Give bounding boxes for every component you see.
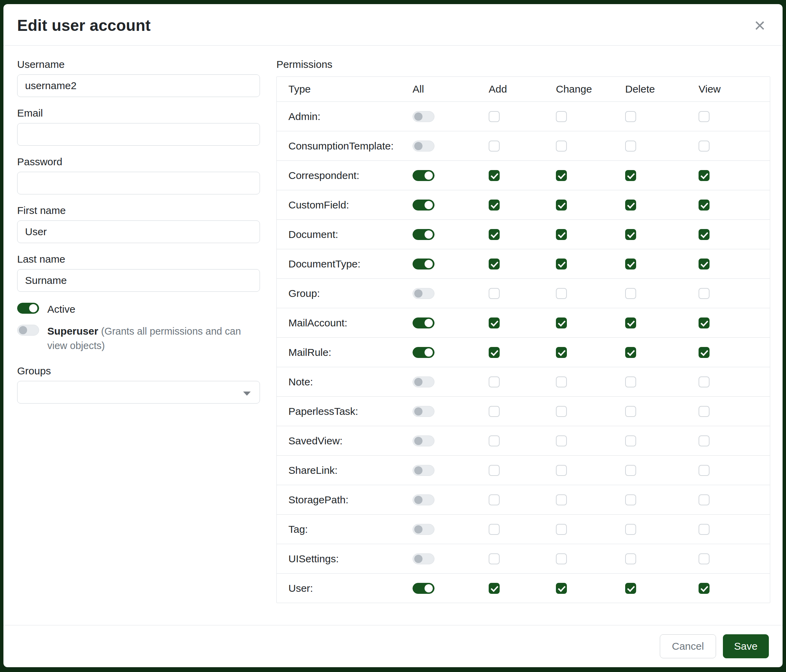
permission-add-checkbox[interactable]	[489, 465, 500, 476]
permission-add-checkbox[interactable]	[489, 406, 500, 417]
permission-view-checkbox[interactable]	[698, 199, 709, 210]
permission-add-checkbox[interactable]	[489, 111, 500, 122]
permission-view-checkbox[interactable]	[698, 259, 709, 270]
cancel-button[interactable]: Cancel	[660, 634, 716, 658]
username-input[interactable]	[17, 74, 260, 97]
active-toggle[interactable]	[17, 303, 39, 314]
permission-view-checkbox[interactable]	[698, 495, 709, 506]
permission-add-checkbox[interactable]	[489, 170, 500, 181]
permission-change-checkbox[interactable]	[556, 111, 567, 122]
permission-all-toggle[interactable]	[413, 524, 434, 535]
permission-add-checkbox[interactable]	[489, 583, 500, 594]
permission-delete-checkbox[interactable]	[625, 111, 636, 122]
permission-view-checkbox[interactable]	[698, 288, 709, 299]
save-button[interactable]: Save	[723, 634, 769, 658]
permission-all-toggle[interactable]	[413, 199, 434, 210]
groups-select[interactable]	[17, 381, 260, 404]
last-name-input[interactable]	[17, 269, 260, 292]
permission-all-toggle[interactable]	[413, 288, 434, 299]
permission-all-toggle[interactable]	[413, 583, 434, 594]
permission-all-toggle[interactable]	[413, 406, 434, 417]
permission-change-checkbox[interactable]	[556, 259, 567, 270]
permission-view-checkbox[interactable]	[698, 524, 709, 535]
permission-add-checkbox[interactable]	[489, 288, 500, 299]
permission-delete-checkbox[interactable]	[625, 317, 636, 328]
permission-add-checkbox[interactable]	[489, 199, 500, 210]
superuser-toggle[interactable]	[17, 325, 39, 336]
email-input[interactable]	[17, 123, 260, 146]
permission-view-checkbox[interactable]	[698, 229, 709, 240]
permission-view-checkbox[interactable]	[698, 406, 709, 417]
permission-add-checkbox[interactable]	[489, 229, 500, 240]
permission-all-toggle[interactable]	[413, 553, 434, 564]
permission-change-checkbox[interactable]	[556, 495, 567, 506]
permission-all-toggle[interactable]	[413, 465, 434, 476]
permission-view-checkbox[interactable]	[698, 170, 709, 181]
permission-change-checkbox[interactable]	[556, 141, 567, 152]
permission-delete-checkbox[interactable]	[625, 229, 636, 240]
permission-view-checkbox[interactable]	[698, 377, 709, 388]
permission-all-toggle[interactable]	[413, 259, 434, 270]
permission-delete-checkbox[interactable]	[625, 524, 636, 535]
permission-all-toggle[interactable]	[413, 377, 434, 388]
permission-change-checkbox[interactable]	[556, 170, 567, 181]
permission-delete-checkbox[interactable]	[625, 465, 636, 476]
permission-change-checkbox[interactable]	[556, 229, 567, 240]
permission-delete-checkbox[interactable]	[625, 377, 636, 388]
user-form: Username Email Password First name Last …	[17, 59, 260, 618]
permission-all-toggle[interactable]	[413, 495, 434, 506]
permission-change-checkbox[interactable]	[556, 377, 567, 388]
permission-delete-checkbox[interactable]	[625, 495, 636, 506]
permission-all-toggle[interactable]	[413, 170, 434, 181]
permission-add-checkbox[interactable]	[489, 435, 500, 446]
permission-view-checkbox[interactable]	[698, 435, 709, 446]
permission-change-checkbox[interactable]	[556, 347, 567, 358]
permission-delete-checkbox[interactable]	[625, 553, 636, 564]
permission-all-toggle[interactable]	[413, 435, 434, 446]
permission-view-checkbox[interactable]	[698, 141, 709, 152]
permission-all-toggle[interactable]	[413, 317, 434, 328]
permission-add-checkbox[interactable]	[489, 524, 500, 535]
permission-delete-checkbox[interactable]	[625, 583, 636, 594]
permission-change-checkbox[interactable]	[556, 583, 567, 594]
permission-add-checkbox[interactable]	[489, 259, 500, 270]
permission-change-checkbox[interactable]	[556, 553, 567, 564]
permission-add-checkbox[interactable]	[489, 495, 500, 506]
permission-add-checkbox[interactable]	[489, 317, 500, 328]
permission-view-checkbox[interactable]	[698, 347, 709, 358]
permission-view-checkbox[interactable]	[698, 111, 709, 122]
permission-type-label: ShareLink:	[288, 465, 338, 476]
permission-add-checkbox[interactable]	[489, 553, 500, 564]
permission-all-toggle[interactable]	[413, 111, 434, 122]
email-group: Email	[17, 107, 260, 146]
permission-delete-checkbox[interactable]	[625, 406, 636, 417]
permission-all-toggle[interactable]	[413, 141, 434, 152]
password-input[interactable]	[17, 172, 260, 195]
permission-delete-checkbox[interactable]	[625, 170, 636, 181]
permission-add-checkbox[interactable]	[489, 141, 500, 152]
permission-view-checkbox[interactable]	[698, 553, 709, 564]
permission-delete-checkbox[interactable]	[625, 199, 636, 210]
permission-all-toggle[interactable]	[413, 229, 434, 240]
permission-change-checkbox[interactable]	[556, 465, 567, 476]
permission-delete-checkbox[interactable]	[625, 141, 636, 152]
first-name-input[interactable]	[17, 220, 260, 243]
permission-delete-checkbox[interactable]	[625, 435, 636, 446]
permission-change-checkbox[interactable]	[556, 288, 567, 299]
permission-add-checkbox[interactable]	[489, 347, 500, 358]
permission-all-toggle[interactable]	[413, 347, 434, 358]
close-button[interactable]: ×	[752, 16, 767, 35]
permission-delete-checkbox[interactable]	[625, 288, 636, 299]
permission-view-checkbox[interactable]	[698, 317, 709, 328]
permission-change-checkbox[interactable]	[556, 199, 567, 210]
permission-change-checkbox[interactable]	[556, 524, 567, 535]
permission-delete-checkbox[interactable]	[625, 347, 636, 358]
permission-delete-checkbox[interactable]	[625, 259, 636, 270]
permission-row: MailAccount:	[277, 308, 770, 338]
permission-add-checkbox[interactable]	[489, 377, 500, 388]
permission-view-checkbox[interactable]	[698, 583, 709, 594]
permission-change-checkbox[interactable]	[556, 435, 567, 446]
permission-change-checkbox[interactable]	[556, 317, 567, 328]
permission-view-checkbox[interactable]	[698, 465, 709, 476]
permission-change-checkbox[interactable]	[556, 406, 567, 417]
